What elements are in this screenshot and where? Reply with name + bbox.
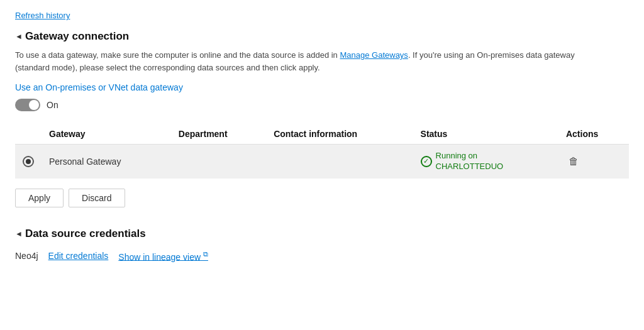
datasource-section-title: Data source credentials [25, 228, 146, 240]
toggle-label: Use an On-premises or VNet data gateway [15, 82, 629, 92]
contact-cell [266, 145, 413, 179]
datasource-credentials-section: ◄ Data source credentials Neo4j Edit cre… [15, 228, 629, 262]
row-radio-cell[interactable] [15, 145, 42, 179]
actions-cell: 🗑 [558, 145, 629, 179]
status-running: ✓ Running on CHARLOTTEDUO [421, 151, 551, 172]
external-link-icon: ⧉ [203, 250, 208, 258]
department-cell [171, 145, 266, 179]
apply-button[interactable]: Apply [15, 189, 64, 207]
description-text-1: To use a data gateway, make sure the com… [15, 50, 340, 60]
status-cell: ✓ Running on CHARLOTTEDUO [413, 145, 558, 179]
edit-credentials-link[interactable]: Edit credentials [48, 251, 109, 261]
discard-button[interactable]: Discard [69, 189, 125, 207]
gateway-connection-section: ◄ Gateway connection To use a data gatew… [15, 30, 629, 207]
col-actions: Actions [558, 124, 629, 145]
col-contact: Contact information [266, 124, 413, 145]
action-buttons: Apply Discard [15, 189, 629, 207]
col-gateway: Gateway [42, 124, 171, 145]
status-text-block: Running on CHARLOTTEDUO [436, 151, 504, 172]
gateway-description: To use a data gateway, make sure the com… [15, 49, 594, 74]
datasource-collapse-icon[interactable]: ◄ [15, 229, 23, 238]
gateway-section-header: ◄ Gateway connection [15, 30, 629, 43]
manage-gateways-link[interactable]: Manage Gateways [340, 50, 408, 60]
toggle-state-text: On [47, 100, 58, 110]
status-check-icon: ✓ [421, 156, 432, 167]
radio-button[interactable] [23, 156, 34, 167]
datasource-section-header: ◄ Data source credentials [15, 228, 629, 240]
lineage-link-text: Show in lineage view [118, 251, 201, 261]
gateway-toggle[interactable] [15, 99, 40, 111]
collapse-triangle-icon[interactable]: ◄ [15, 32, 23, 41]
gateway-table: Gateway Department Contact information S… [15, 124, 629, 179]
col-radio [15, 124, 42, 145]
refresh-history-link[interactable]: Refresh history [15, 11, 70, 20]
delete-gateway-icon[interactable]: 🗑 [566, 153, 581, 169]
status-line1: Running on [436, 151, 504, 162]
credentials-row: Neo4j Edit credentials Show in lineage v… [15, 250, 629, 262]
col-department: Department [171, 124, 266, 145]
toggle-row: On [15, 99, 629, 111]
show-lineage-link[interactable]: Show in lineage view ⧉ [118, 250, 208, 262]
status-line2: CHARLOTTEDUO [436, 162, 504, 172]
gateway-section-title: Gateway connection [25, 30, 129, 43]
col-status: Status [413, 124, 558, 145]
credential-source-name: Neo4j [15, 251, 38, 261]
gateway-name-cell: Personal Gateway [42, 145, 171, 179]
table-header-row: Gateway Department Contact information S… [15, 124, 629, 145]
table-row[interactable]: Personal Gateway ✓ Running on CHARLOTTED… [15, 145, 629, 179]
